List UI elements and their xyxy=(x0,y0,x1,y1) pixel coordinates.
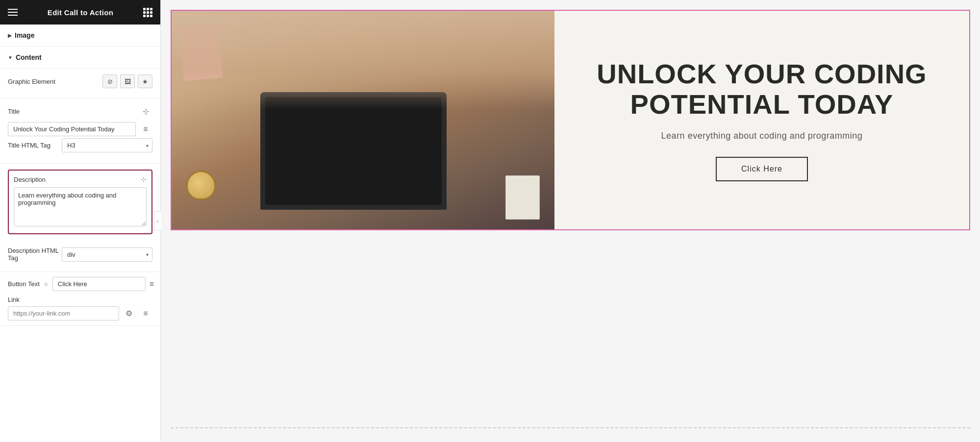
notebook-decoration xyxy=(505,175,540,220)
description-html-tag-row: Description HTML Tag div p span section … xyxy=(8,247,152,262)
link-stack-button[interactable]: ≡ xyxy=(139,307,152,320)
graphic-element-section: Graphic Element ⊘ 🖼 ★ xyxy=(0,69,160,98)
link-input[interactable] xyxy=(8,306,119,320)
laptop-screen xyxy=(265,97,442,205)
button-text-label: Button Text xyxy=(8,280,40,288)
preview-footer-divider xyxy=(171,427,970,442)
cta-title: UNLOCK YOUR CODING POTENTIAL TODAY xyxy=(579,59,945,119)
panel-collapse-handle[interactable]: ‹ xyxy=(154,211,161,231)
cta-click-here-button[interactable]: Click Here xyxy=(716,157,808,181)
link-gear-button[interactable]: ⚙ xyxy=(122,307,136,320)
panel-title: Edit Call to Action xyxy=(48,8,113,17)
title-section: Title ⊹ ≡ Title HTML Tag H1 H2 H3 H4 H5 … xyxy=(0,98,160,164)
title-input-row: ≡ xyxy=(8,122,152,136)
preview-area: UNLOCK YOUR CODING POTENTIAL TODAY Learn… xyxy=(161,0,980,427)
image-section-header[interactable]: ▶ Image xyxy=(0,25,160,47)
image-section-label: Image xyxy=(15,31,34,39)
graphic-no-image-button[interactable]: ⊘ xyxy=(102,74,117,88)
description-header: Description ⊹ xyxy=(14,175,147,183)
panel-header: Edit Call to Action xyxy=(0,0,160,25)
link-row: ⚙ ≡ xyxy=(8,306,152,320)
description-html-tag-label: Description HTML Tag xyxy=(8,247,62,262)
title-html-tag-select[interactable]: H1 H2 H3 H4 H5 H6 xyxy=(62,138,152,152)
right-panel: ‹ UNLOCK YOUR CODING POTENTIAL xyxy=(161,0,980,442)
hamburger-menu-icon[interactable] xyxy=(8,9,18,16)
description-html-tag-section: Description HTML Tag div p span section … xyxy=(0,240,160,272)
image-section-arrow: ▶ xyxy=(8,33,12,38)
button-text-move-icon[interactable]: ⊹ xyxy=(44,281,49,288)
button-text-input[interactable] xyxy=(52,277,146,291)
graphic-element-row: Graphic Element ⊘ 🖼 ★ xyxy=(8,74,152,88)
cta-image-side xyxy=(172,11,554,229)
title-html-tag-label: Title HTML Tag xyxy=(8,142,62,149)
title-stack-button[interactable]: ≡ xyxy=(139,123,152,136)
apps-grid-icon[interactable] xyxy=(143,8,152,17)
button-text-stack-button[interactable]: ≡ xyxy=(150,277,154,291)
hands-overlay xyxy=(172,11,554,109)
laptop-scene xyxy=(172,11,554,229)
title-label: Title xyxy=(8,108,20,115)
title-html-tag-select-wrapper: H1 H2 H3 H4 H5 H6 ▾ xyxy=(62,138,152,152)
description-html-tag-select-wrapper: div p span section ▾ xyxy=(62,247,152,262)
coffee-cup-decoration xyxy=(186,171,216,200)
content-section-arrow: ▼ xyxy=(8,55,13,60)
content-section-header[interactable]: ▼ Content xyxy=(0,47,160,69)
graphic-image-button[interactable]: 🖼 xyxy=(120,74,135,88)
laptop-body xyxy=(260,92,447,210)
link-label: Link xyxy=(8,296,152,303)
collapse-chevron-icon: ‹ xyxy=(157,219,158,224)
graphic-star-button[interactable]: ★ xyxy=(138,74,152,88)
title-move-button[interactable]: ⊹ xyxy=(139,104,152,118)
content-section-label: Content xyxy=(16,53,42,61)
left-panel: Edit Call to Action ▶ Image ▼ Content Gr… xyxy=(0,0,161,442)
title-html-tag-row: Title HTML Tag H1 H2 H3 H4 H5 H6 ▾ xyxy=(8,138,152,152)
title-input[interactable] xyxy=(8,122,136,136)
description-move-icon[interactable]: ⊹ xyxy=(141,175,147,183)
graphic-buttons-group: ⊘ 🖼 ★ xyxy=(102,74,152,88)
cta-text-side: UNLOCK YOUR CODING POTENTIAL TODAY Learn… xyxy=(554,11,969,229)
description-html-tag-select[interactable]: div p span section xyxy=(62,247,152,262)
button-text-row: Button Text ⊹ ≡ xyxy=(8,277,152,291)
description-section: Description ⊹ Learn everything about cod… xyxy=(8,170,152,234)
cta-banner: UNLOCK YOUR CODING POTENTIAL TODAY Learn… xyxy=(171,10,970,230)
button-text-section: Button Text ⊹ ≡ Link ⚙ ≡ xyxy=(0,272,160,326)
graphic-element-label: Graphic Element xyxy=(8,78,55,85)
cta-description: Learn everything about coding and progra… xyxy=(661,131,863,141)
description-textarea[interactable]: Learn everything about coding and progra… xyxy=(14,187,147,226)
title-label-row: Title ⊹ xyxy=(8,104,152,118)
description-label: Description xyxy=(14,176,46,183)
link-section: Link ⚙ ≡ xyxy=(8,296,152,320)
